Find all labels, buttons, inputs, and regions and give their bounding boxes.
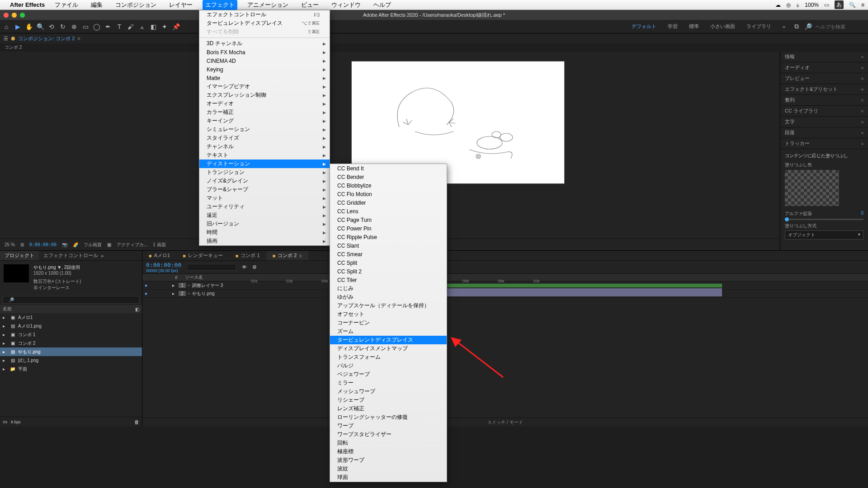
distortion-item[interactable]: 極座標 xyxy=(330,447,447,456)
flowchart-icon[interactable]: ☰ xyxy=(4,36,8,42)
distortion-item[interactable]: ズーム xyxy=(330,327,447,336)
caf-method-dropdown[interactable]: オブジェクト▾ xyxy=(785,230,863,239)
project-col-name[interactable]: 名前 xyxy=(3,306,12,312)
traffic-lights[interactable] xyxy=(4,13,25,18)
trash-icon[interactable]: 🗑 xyxy=(134,419,139,425)
distortion-item[interactable]: CC Bender xyxy=(330,173,447,181)
right-panel-エフェクト&プリセット[interactable]: エフェクト&プリセット≡ xyxy=(780,84,868,95)
search-icon[interactable]: 🔎 xyxy=(804,23,811,30)
menu-file[interactable]: ファイル xyxy=(52,0,81,10)
workspace-standard[interactable]: 標準 xyxy=(685,23,703,30)
caf-alpha-slider[interactable] xyxy=(785,217,789,221)
help-search-input[interactable] xyxy=(816,24,865,29)
right-panel-文字[interactable]: 文字≡ xyxy=(780,117,868,127)
distortion-item[interactable]: CC Slant xyxy=(330,241,447,250)
comp-subtab[interactable]: コンポ 2 xyxy=(0,43,868,52)
timeline-search-input[interactable] xyxy=(187,264,236,271)
distortion-item[interactable]: ワープ xyxy=(330,422,447,430)
distortion-item[interactable]: バルジ xyxy=(330,361,447,370)
panel-toggle-icon[interactable]: ⧉ xyxy=(793,23,800,30)
bpc-button[interactable]: 8 bpc xyxy=(11,420,21,424)
distortion-item[interactable]: CC Ripple Pulse xyxy=(330,233,447,241)
effect-menu-item[interactable]: カラー補正▶ xyxy=(199,108,330,117)
right-panel-情報[interactable]: 情報≡ xyxy=(780,52,868,62)
workspace-more-icon[interactable]: » xyxy=(779,24,789,29)
caf-alpha-value[interactable]: 0 xyxy=(861,211,863,217)
effect-menu-item[interactable]: シミュレーション▶ xyxy=(199,125,330,134)
selection-tool-icon[interactable]: ▶ xyxy=(14,23,21,30)
distortion-item[interactable]: トランスフォーム xyxy=(330,353,447,361)
distortion-item[interactable]: CC Blobbylize xyxy=(330,181,447,190)
tl-source-col[interactable]: ソース名 xyxy=(185,274,203,281)
active-camera[interactable]: アクティブカ... xyxy=(117,242,147,248)
distortion-item[interactable]: 波紋 xyxy=(330,465,447,473)
workspace-small[interactable]: 小さい画面 xyxy=(707,23,739,30)
timeline-tab[interactable]: ■コンポ 1 xyxy=(229,251,266,260)
distortion-item[interactable]: 回転 xyxy=(330,439,447,447)
distortion-item[interactable]: リシェープ xyxy=(330,396,447,404)
distortion-item[interactable]: CC Tiler xyxy=(330,276,447,284)
project-item[interactable]: ▸▣コンポ 2 xyxy=(0,339,142,347)
brush-tool-icon[interactable]: 🖌 xyxy=(127,23,134,30)
menu-edit[interactable]: 編集 xyxy=(88,0,105,10)
effect-menu-item[interactable]: 遠近▶ xyxy=(199,211,330,220)
effect-menu-item[interactable]: 旧バージョン▶ xyxy=(199,220,330,228)
distortion-item[interactable]: ワープスタビライザー xyxy=(330,430,447,439)
workspace-default[interactable]: デフォルト xyxy=(628,23,660,30)
effect-menu-item[interactable]: ブラー&シャープ▶ xyxy=(199,185,330,194)
interpret-icon[interactable]: ▭ xyxy=(3,419,7,425)
workspace-learn[interactable]: 学習 xyxy=(664,23,681,30)
distortion-item[interactable]: コーナーピン xyxy=(330,319,447,327)
caf-target-swatch[interactable] xyxy=(785,170,839,206)
app-name[interactable]: After Effects xyxy=(10,1,45,8)
menu-effect[interactable]: エフェクト xyxy=(203,0,237,10)
resolution-icon[interactable]: ⊞ xyxy=(20,242,24,247)
effect-menu-item[interactable]: エクスプレッション制御▶ xyxy=(199,91,330,99)
effect-menu-item[interactable]: タービュレントディスプレイス⌥⇧⌘E xyxy=(199,19,330,28)
effect-menu-item[interactable]: マット▶ xyxy=(199,194,330,202)
color-mgmt-icon[interactable]: 🌈 xyxy=(73,242,78,247)
project-item[interactable]: ▸📁平面 xyxy=(0,365,142,373)
effect-menu-item[interactable]: ディストーション▶ xyxy=(199,160,330,168)
ellipse-tool-icon[interactable]: ◯ xyxy=(93,23,100,30)
distortion-item[interactable]: アップスケール（ディテールを保持） xyxy=(330,301,447,310)
distortion-item[interactable]: CC Page Turn xyxy=(330,216,447,224)
right-panel-CC ライブラリ[interactable]: CC ライブラリ≡ xyxy=(780,106,868,117)
project-item[interactable]: ▸▣Aメロ1 xyxy=(0,313,142,322)
menu-animation[interactable]: アニメーション xyxy=(245,0,291,10)
rotate-tool-icon[interactable]: ↻ xyxy=(59,23,66,30)
menu-view[interactable]: ビュー xyxy=(298,0,321,10)
timeline-tab[interactable]: ■コンポ 2 ≡ xyxy=(266,251,308,260)
comment-col-icon[interactable]: ◧ xyxy=(135,307,139,312)
distortion-item[interactable]: ベジェワープ xyxy=(330,370,447,379)
orbit-tool-icon[interactable]: ⟲ xyxy=(48,23,55,30)
distortion-item[interactable]: CC Griddler xyxy=(330,198,447,207)
right-panel-段落[interactable]: 段落≡ xyxy=(780,127,868,138)
timeline-tab[interactable]: ■レンダーキュー xyxy=(176,251,229,260)
grid-icon[interactable]: ▦ xyxy=(107,242,111,247)
project-search-input[interactable] xyxy=(3,296,139,304)
menu-composition[interactable]: コンポジション xyxy=(113,0,159,10)
project-item[interactable]: ▸▤やもり.png xyxy=(0,347,142,356)
distortion-item[interactable]: ローリングシャッターの修復 xyxy=(330,413,447,422)
distortion-item[interactable]: にじみ xyxy=(330,284,447,293)
puppet-tool-icon[interactable]: 📌 xyxy=(172,23,179,30)
effect-menu-item[interactable]: トランジション▶ xyxy=(199,168,330,177)
distortion-item[interactable]: CC Lens xyxy=(330,207,447,216)
preview-time[interactable]: 0:00:00:00 xyxy=(29,242,57,247)
distortion-item[interactable]: タービュレントディスプレイス xyxy=(330,336,447,344)
right-panel-トラッカー[interactable]: トラッカー≡ xyxy=(780,138,868,149)
menu-help[interactable]: ヘルプ xyxy=(371,0,394,10)
effect-menu-item[interactable]: テキスト▶ xyxy=(199,151,330,160)
effect-menu-item[interactable]: 3D チャンネル▶ xyxy=(199,39,330,48)
hand-tool-icon[interactable]: ✋ xyxy=(25,23,33,30)
distortion-item[interactable]: CC Smear xyxy=(330,250,447,258)
effect-menu-item[interactable]: CINEMA 4D▶ xyxy=(199,56,330,65)
type-tool-icon[interactable]: T xyxy=(116,23,123,30)
distortion-item[interactable]: ディスプレイスメントマップ xyxy=(330,344,447,353)
project-item[interactable]: ▸▤Aメロ1.png xyxy=(0,322,142,330)
tl-switches-icon[interactable]: ⚙ xyxy=(252,264,257,270)
distortion-item[interactable]: CC Split xyxy=(330,258,447,267)
distortion-item[interactable]: CC Flo Motion xyxy=(330,190,447,198)
zoom-dropdown[interactable]: 25 % xyxy=(5,242,15,247)
